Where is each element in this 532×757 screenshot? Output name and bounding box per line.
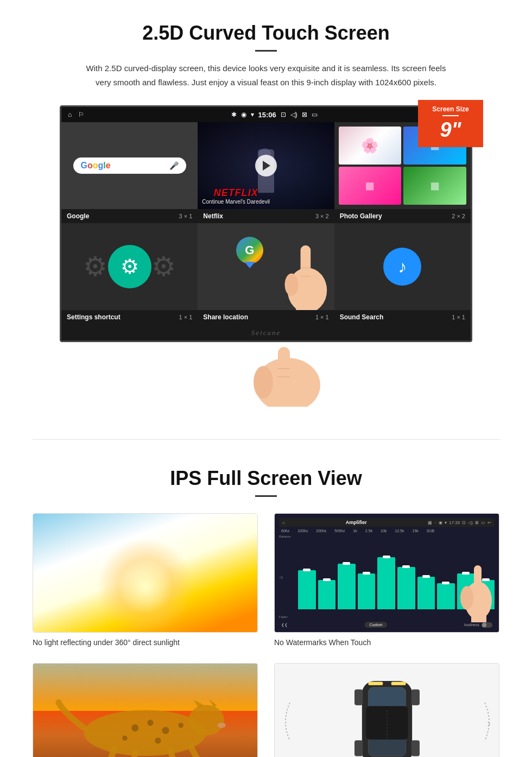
play-triangle-icon xyxy=(263,161,270,171)
camera-icon: ⊡ xyxy=(281,111,286,118)
bluetooth-icon: ✱ xyxy=(231,111,237,118)
google-logo: Google xyxy=(81,161,111,171)
svg-line-23 xyxy=(191,747,201,757)
app-cell-share-location[interactable]: G xyxy=(198,223,334,324)
app-cell-sound-search[interactable]: ♪ Sound Search 1 × 1 xyxy=(334,223,471,324)
title-divider-2 xyxy=(255,495,277,497)
google-app-size: 3 × 1 xyxy=(179,213,193,219)
gallery-label-row: Photo Gallery 2 × 2 xyxy=(334,209,471,223)
equalizer-card: ⌂ Amplifier ▦··◉▾17:33⊡◁)⊠▭↩ 60hz 100hz … xyxy=(274,513,499,647)
close-icon: ⊠ xyxy=(302,111,307,118)
device-screen: ⌂ ⚐ ✱ ◉ ▾ 15:06 ⊡ ◁) ⊠ ▭ xyxy=(60,105,472,342)
curved-screen-section: 2.5D Curved Touch Screen With 2.5D curve… xyxy=(0,0,532,418)
section1-desc: With 2.5D curved-display screen, this de… xyxy=(81,61,451,89)
google-app-name: Google xyxy=(67,212,89,220)
screen-size-badge: Screen Size 9" xyxy=(418,100,483,147)
maps-icon: G xyxy=(236,237,263,264)
badge-size: 9" xyxy=(425,118,477,142)
share-location-app-name: Share location xyxy=(203,313,248,321)
toggle-pill[interactable] xyxy=(482,622,492,628)
settings-app-name: Settings shortcut xyxy=(67,313,121,321)
settings-app-size: 1 × 1 xyxy=(179,314,193,320)
svg-rect-37 xyxy=(354,740,363,756)
settings-label-row: Settings shortcut 1 × 1 xyxy=(61,310,198,324)
svg-rect-39 xyxy=(368,682,383,685)
ips-image-grid: No light reflecting under 360° direct su… xyxy=(33,513,499,757)
gallery-app-name: Photo Gallery xyxy=(340,212,382,220)
svg-rect-3 xyxy=(296,301,315,310)
app-cell-settings[interactable]: ⚙ ⚙ ⚙ Settings shortcut 1 × 1 xyxy=(61,223,198,324)
sun-ray xyxy=(97,538,194,633)
car-card: › Large Viewing Angle xyxy=(274,663,499,757)
cheetah-image-box: Seicane xyxy=(33,663,258,757)
location-icon: ◉ xyxy=(241,111,246,118)
ghost-gear-1: ⚙ xyxy=(83,251,107,282)
app-cell-netflix[interactable]: NETFLIX Continue Marvel's Daredevil Netf… xyxy=(198,122,334,223)
eq-title: Amplifier xyxy=(346,520,367,525)
mic-icon: 🎤 xyxy=(169,161,179,170)
settings-gear-main: ⚙ xyxy=(108,245,151,288)
window-icon: ▭ xyxy=(312,111,318,118)
badge-label: Screen Size xyxy=(425,105,477,113)
svg-point-17 xyxy=(188,705,224,735)
google-label-row: Google 3 × 1 xyxy=(61,209,198,223)
viewing-angle-arc-icon xyxy=(280,700,291,743)
car-top-view-icon xyxy=(344,668,430,757)
eq-freq-500: 500hz xyxy=(334,529,345,533)
eq-bottom-row: ❮❮ Custom loudness xyxy=(279,622,495,628)
eq-fader-label: Fader xyxy=(279,615,296,619)
svg-line-21 xyxy=(132,752,135,757)
equalizer-screen: ⌂ Amplifier ▦··◉▾17:33⊡◁)⊠▭↩ 60hz 100hz … xyxy=(275,514,499,632)
ghost-gear-2: ⚙ xyxy=(151,251,176,282)
eq-balance-label: Balance xyxy=(279,535,296,538)
gallery-app-size: 2 × 2 xyxy=(452,213,465,219)
eq-home-icon: ⌂ xyxy=(282,520,285,525)
netflix-play-button[interactable] xyxy=(255,155,277,176)
device-wrapper: Screen Size 9" ⌂ ⚐ ✱ ◉ ▾ 15:06 ⊡ ◁) ⊠ xyxy=(60,105,472,342)
sound-search-label-row: Sound Search 1 × 1 xyxy=(334,310,471,324)
eq-loudness-label: loudness xyxy=(464,623,479,627)
eq-freq-60: 60hz xyxy=(281,529,289,533)
svg-point-28 xyxy=(155,737,161,743)
sunlight-image xyxy=(33,514,257,632)
seicane-watermark-device: Seicane xyxy=(251,329,281,337)
eq-custom-btn[interactable]: Custom xyxy=(365,622,387,628)
netflix-subtitle: Continue Marvel's Daredevil xyxy=(202,199,270,205)
svg-point-8 xyxy=(254,366,273,399)
ips-screen-section: IPS Full Screen View No light reflecting… xyxy=(0,462,532,757)
share-location-app-size: 1 × 1 xyxy=(315,314,329,320)
eq-freq-15k: 15k xyxy=(412,529,418,533)
section2-title: IPS Full Screen View xyxy=(33,467,499,490)
viewing-angle-arc-right-icon xyxy=(484,700,495,743)
svg-rect-13 xyxy=(474,565,482,603)
cheetah-card: Seicane Super Fast Response xyxy=(33,663,258,757)
sunlight-image-box xyxy=(33,513,258,633)
netflix-overlay: NETFLIX Continue Marvel's Daredevil xyxy=(202,187,270,205)
music-note-icon: ♪ xyxy=(398,257,407,277)
section1-title: 2.5D Curved Touch Screen xyxy=(33,22,499,45)
eq-freq-200: 200hz xyxy=(316,529,326,533)
badge-divider xyxy=(442,115,459,116)
wifi-icon: ▾ xyxy=(251,111,254,118)
netflix-logo: NETFLIX xyxy=(202,187,270,199)
time-display: 15:06 xyxy=(258,111,276,119)
status-left: ⌂ ⚐ xyxy=(68,111,84,118)
svg-rect-35 xyxy=(354,689,363,705)
eq-loudness-toggle[interactable]: loudness xyxy=(464,622,492,628)
eq-freq-10k: 10k xyxy=(381,529,387,533)
eq-freq-1k: 1k xyxy=(353,529,357,533)
svg-point-25 xyxy=(147,720,153,726)
svg-point-29 xyxy=(179,723,183,728)
hand-pointing-icon xyxy=(277,234,334,310)
sound-search-app-name: Sound Search xyxy=(340,313,384,321)
app-cell-google[interactable]: Google 🎤 Google 3 × 1 xyxy=(61,122,198,223)
app-grid-row2: ⚙ ⚙ ⚙ Settings shortcut 1 × 1 xyxy=(61,223,471,324)
netflix-app-size: 3 × 2 xyxy=(315,213,329,219)
share-location-label-row: Share location 1 × 1 xyxy=(198,310,334,324)
cheetah-silhouette-icon xyxy=(33,664,257,757)
home-icon[interactable]: ⌂ xyxy=(68,111,72,118)
eq-freq-100: 100hz xyxy=(297,529,308,533)
google-search-bar[interactable]: Google 🎤 xyxy=(73,157,186,174)
equalizer-caption: No Watermarks When Touch xyxy=(274,638,499,647)
sunlight-card: No light reflecting under 360° direct su… xyxy=(33,513,258,647)
